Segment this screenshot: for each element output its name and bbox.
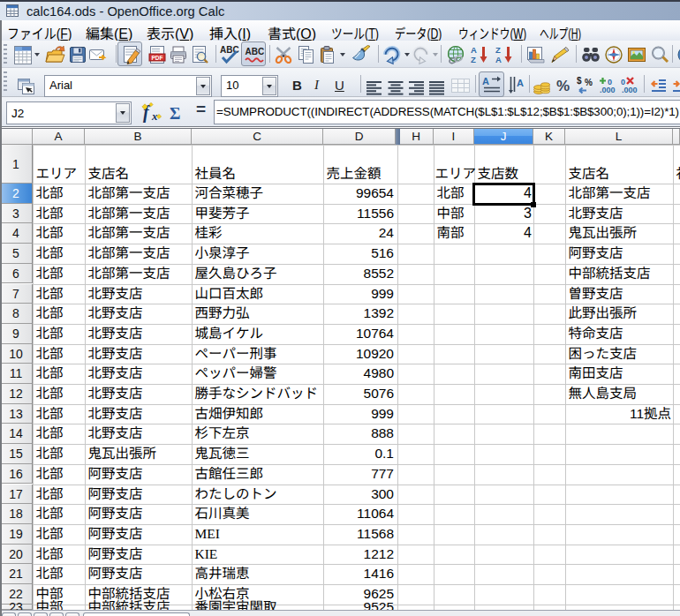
- svg-text:A: A: [517, 78, 524, 88]
- svg-text:ABC: ABC: [246, 47, 265, 56]
- svg-text:Z: Z: [471, 55, 476, 64]
- svg-text:Σ: Σ: [170, 104, 180, 123]
- svg-text:%: %: [585, 78, 593, 87]
- svg-text:$: $: [577, 76, 582, 86]
- svg-text:PDF: PDF: [152, 55, 163, 61]
- svg-text:A: A: [482, 76, 489, 86]
- svg-text:.000: .000: [622, 86, 638, 94]
- svg-text:A: A: [471, 45, 477, 55]
- svg-text:A: A: [495, 55, 502, 64]
- svg-text:.000: .000: [600, 86, 616, 94]
- svg-text:Z: Z: [495, 45, 501, 55]
